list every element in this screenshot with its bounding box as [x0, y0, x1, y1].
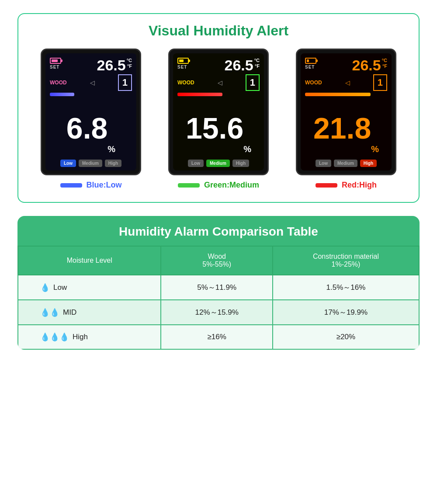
- channel-box-yellow: 1: [246, 74, 260, 91]
- screen-middle-yellow: WOOD ◁ 1: [177, 74, 260, 96]
- set-label-blue: SET: [50, 65, 63, 70]
- screen-top-orange: SET 26.5 °C °F: [305, 58, 387, 73]
- channel-box-blue: 1: [118, 74, 132, 91]
- table-header-row: Moisture Level Wood5%-55%) Construction …: [18, 246, 419, 275]
- btn-low-yellow: Low: [188, 160, 204, 167]
- device-orange: SET 26.5 °C °F: [296, 49, 396, 175]
- header-construction: Construction material1%-25%): [273, 246, 419, 275]
- moisture-bar-container-orange: [305, 93, 387, 96]
- temp-display-blue: 26.5 °C °F: [97, 58, 132, 73]
- screen-bottom-blue: Low Medium High: [50, 158, 132, 167]
- temp-units-blue: °C °F: [127, 58, 132, 69]
- bottom-panel: Humidity Alarm Comparison Table Moisture…: [17, 216, 420, 350]
- humidity-value-orange: 21.8: [313, 113, 371, 143]
- legend-text-red: Red:High: [342, 181, 377, 190]
- drop-icon-mid: 💧💧: [40, 308, 59, 317]
- screen-orange: SET 26.5 °C °F: [301, 53, 392, 170]
- temp-value-yellow: 26.5: [224, 58, 253, 73]
- btn-med-yellow: Medium: [206, 160, 230, 167]
- battery-body-yellow: [177, 58, 189, 64]
- legend-red: Red:High: [316, 181, 377, 190]
- legend-text-green: Green:Medium: [204, 181, 259, 190]
- humidity-percent-yellow: %: [243, 144, 251, 154]
- table-row-high: 💧💧💧 High ≥16% ≥20%: [18, 325, 419, 349]
- level-content-low: 💧 Low: [27, 283, 152, 292]
- construction-range-mid: 17%～19.9%: [273, 300, 419, 325]
- humidity-display-yellow: 15.6 %: [177, 98, 260, 158]
- btn-high-yellow: High: [232, 160, 249, 167]
- legend-bar-blue: [60, 183, 82, 188]
- wood-range-low: 5%～11.9%: [161, 275, 273, 300]
- moisture-bar-container-yellow: [177, 93, 260, 96]
- screen-yellow: SET 26.5 °C °F: [173, 53, 264, 170]
- level-content-mid: 💧💧 MID: [27, 308, 152, 317]
- temp-display-orange: 26.5 °C °F: [352, 58, 387, 73]
- wood-label-orange: WOOD: [305, 80, 322, 86]
- btn-high-orange: High: [360, 160, 377, 167]
- level-cell-low: 💧 Low: [18, 275, 161, 300]
- set-label-yellow: SET: [177, 65, 191, 70]
- battery-fill-blue: [52, 59, 58, 62]
- level-cell-mid: 💧💧 MID: [18, 300, 161, 325]
- wood-label-yellow: WOOD: [177, 80, 194, 86]
- screen-middle-blue: WOOD ◁ 1: [50, 74, 132, 96]
- moisture-bar-orange: [305, 93, 371, 96]
- drop-icon-low: 💧: [40, 283, 50, 292]
- table-row-low: 💧 Low 5%～11.9% 1.5%～16%: [18, 275, 419, 300]
- legend-text-blue: Blue:Low: [87, 181, 122, 190]
- panel-title: Visual Humidity Alert: [31, 23, 406, 39]
- temp-value-blue: 26.5: [97, 58, 125, 73]
- level-label-high: High: [73, 333, 88, 341]
- wood-row-blue: WOOD ◁ 1: [50, 74, 132, 91]
- moisture-bar-blue: [50, 93, 74, 96]
- humidity-percent-blue: %: [108, 144, 115, 154]
- battery-icon-blue: [50, 58, 63, 64]
- legend-green: Green:Medium: [178, 181, 259, 190]
- top-panel: Visual Humidity Alert SET: [17, 13, 420, 203]
- wood-label-blue: WOOD: [50, 80, 67, 86]
- temp-display-yellow: 26.5 °C °F: [224, 58, 260, 73]
- drop-icon-high: 💧💧💧: [40, 332, 69, 342]
- temp-value-orange: 26.5: [352, 58, 381, 73]
- humidity-value-yellow: 15.6: [186, 113, 243, 143]
- devices-row: SET 26.5 °C °F: [31, 49, 406, 190]
- battery-fill-orange: [307, 59, 309, 62]
- moisture-bar-container-blue: [50, 93, 132, 96]
- set-label-orange: SET: [305, 65, 318, 70]
- battery-icon-orange: [305, 58, 318, 64]
- device-yellow: SET 26.5 °C °F: [168, 49, 269, 175]
- temp-units-yellow: °C °F: [254, 58, 260, 69]
- btn-high-blue: High: [105, 160, 121, 167]
- screen-bottom-yellow: Low Medium High: [177, 158, 260, 167]
- battery-col-orange: SET: [305, 58, 318, 70]
- wood-range-mid: 12%～15.9%: [161, 300, 273, 325]
- header-moisture: Moisture Level: [18, 246, 161, 275]
- level-cell-high: 💧💧💧 High: [18, 325, 161, 349]
- btn-low-blue: Low: [60, 160, 76, 167]
- level-content-high: 💧💧💧 High: [27, 332, 152, 342]
- battery-col-blue: SET: [50, 58, 63, 70]
- battery-col-yellow: SET: [177, 58, 191, 70]
- legend-blue: Blue:Low: [60, 181, 122, 190]
- screen-top-yellow: SET 26.5 °C °F: [177, 58, 260, 73]
- screen-middle-orange: WOOD ◁ 1: [305, 74, 387, 96]
- header-wood: Wood5%-55%): [161, 246, 273, 275]
- btn-low-orange: Low: [316, 160, 331, 167]
- battery-icon-yellow: [177, 58, 191, 64]
- wood-row-yellow: WOOD ◁ 1: [177, 74, 260, 91]
- battery-body-orange: [305, 58, 316, 64]
- screen-bottom-orange: Low Medium High: [305, 158, 387, 167]
- speaker-icon-yellow: ◁: [218, 79, 222, 86]
- legend-bar-red: [316, 183, 337, 188]
- screen-top-blue: SET 26.5 °C °F: [50, 58, 132, 73]
- device-blue: SET 26.5 °C °F: [41, 49, 141, 175]
- wood-range-high: ≥16%: [161, 325, 273, 349]
- construction-range-high: ≥20%: [273, 325, 419, 349]
- comparison-table: Moisture Level Wood5%-55%) Construction …: [17, 246, 420, 350]
- device-wrapper-orange: SET 26.5 °C °F: [296, 49, 396, 190]
- channel-box-orange: 1: [373, 74, 387, 91]
- level-label-low: Low: [53, 283, 67, 292]
- humidity-value-blue: 6.8: [66, 113, 108, 143]
- table-row-mid: 💧💧 MID 12%～15.9% 17%～19.9%: [18, 300, 419, 325]
- humidity-percent-orange: %: [371, 144, 379, 154]
